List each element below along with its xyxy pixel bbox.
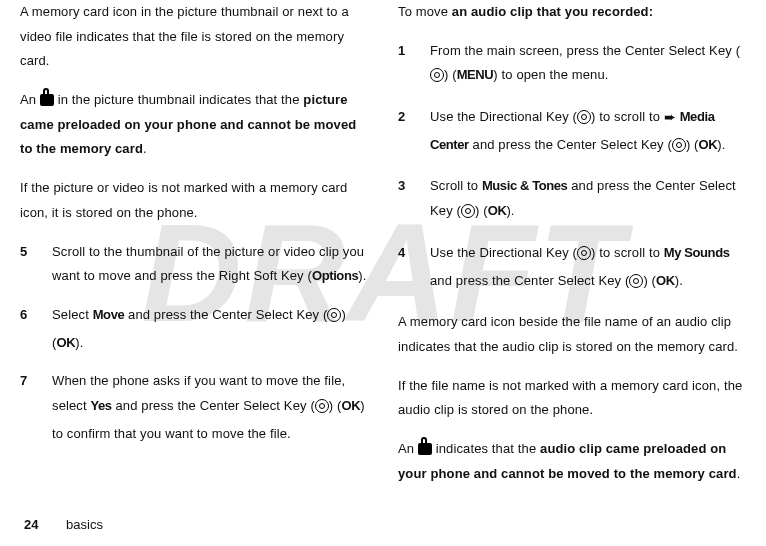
step-7: 7 When the phone asks if you want to mov…	[20, 369, 368, 446]
center-key-icon	[315, 397, 329, 422]
step-5: 5 Scroll to the thumbnail of the picture…	[20, 240, 368, 289]
audio-step-2: 2 Use the Directional Key () to scroll t…	[398, 105, 746, 160]
center-key-icon	[629, 272, 643, 297]
footer: 24 basics	[24, 517, 103, 532]
section-label: basics	[66, 517, 103, 532]
right-p6: If the file name is not marked with a me…	[398, 374, 746, 423]
right-p5: A memory card icon beside the file name …	[398, 310, 746, 359]
left-p1: A memory card icon in the picture thumbn…	[20, 0, 368, 74]
center-key-icon	[461, 202, 475, 227]
left-p2: An in the picture thumbnail indicates th…	[20, 88, 368, 162]
right-intro: To move an audio clip that you recorded:	[398, 0, 746, 25]
audio-step-1: 1 From the main screen, press the Center…	[398, 39, 746, 91]
page-number: 24	[24, 517, 38, 532]
directional-key-icon	[577, 244, 591, 269]
directional-key-icon	[577, 108, 591, 133]
lock-icon	[40, 94, 54, 106]
right-column: To move an audio clip that you recorded:…	[398, 0, 746, 500]
right-p7: An indicates that the audio clip came pr…	[398, 437, 746, 486]
audio-step-3: 3 Scroll to Music & Tones and press the …	[398, 174, 746, 226]
lock-icon	[418, 443, 432, 455]
center-key-icon	[327, 306, 341, 331]
left-p3: If the picture or video is not marked wi…	[20, 176, 368, 225]
left-column: A memory card icon in the picture thumbn…	[20, 0, 368, 500]
audio-step-4: 4 Use the Directional Key () to scroll t…	[398, 241, 746, 296]
center-key-icon	[672, 136, 686, 161]
center-key-icon	[430, 66, 444, 91]
step-6: 6 Select Move and press the Center Selec…	[20, 303, 368, 355]
